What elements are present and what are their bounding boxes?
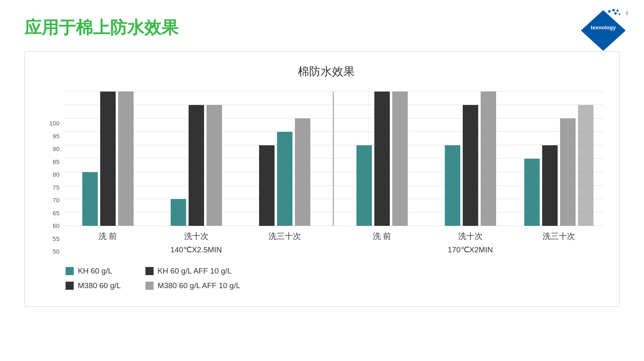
bar-teal-xisanshici-140 [277, 132, 292, 226]
bars-group [356, 92, 408, 226]
bar-dark-xisanshici-170 [542, 145, 558, 226]
section-labels-row: 140℃X2.5MIN 170℃X2MIN [64, 245, 603, 254]
x-label-xishici-170: 洗十次 [458, 231, 483, 242]
y-label-100: 100 [49, 120, 59, 126]
bar-dark-xishici-170 [463, 105, 478, 226]
bars-group [171, 105, 222, 226]
legend-column-1: KH 60 g/L M380 60 g/L [66, 267, 121, 290]
svg-point-2 [608, 10, 611, 13]
x-group-xisanshici-170: 洗三十次 [514, 231, 603, 242]
x-group-xisanshici-140: 洗三十次 [240, 231, 329, 242]
y-label-90: 90 [49, 146, 59, 152]
bar-teal-xishici-170 [445, 145, 460, 226]
y-label-50: 50 [49, 248, 59, 254]
y-label-60: 60 [49, 223, 59, 229]
legend-label-m380: M380 60 g/L [78, 281, 121, 290]
x-group-xishici-140: 洗十次 [152, 231, 240, 242]
bar-dark-xiqian-170 [374, 92, 390, 226]
page-title: 应用于棉上防水效果 [0, 0, 644, 47]
bar-gray1-xisanshici-170 [560, 118, 576, 226]
legend-label-m380-aff: M380 60 g/L AFF 10 g/L [158, 281, 240, 290]
x-group-xiqian-170: 洗 前 [338, 231, 426, 242]
bars-group [259, 118, 310, 226]
y-label-55: 55 [49, 236, 59, 242]
bars-container [64, 92, 603, 226]
x-label-xiqian-140: 洗 前 [99, 231, 117, 242]
legend-color-dark2 [145, 267, 154, 275]
bar-gray-xishici-140 [207, 105, 222, 226]
y-label-65: 65 [49, 210, 59, 216]
bars-group [524, 105, 593, 226]
bar-dark-xishici-140 [189, 105, 204, 226]
x-label-xisanshici-170: 洗三十次 [543, 231, 575, 242]
bar-gray-xishici-170 [481, 92, 496, 226]
y-label-80: 80 [49, 171, 59, 177]
x-labels: 洗 前 洗十次 洗三十次 洗 前 洗十次 洗三十次 [64, 231, 603, 242]
svg-marker-0 [581, 10, 626, 51]
group-xisanshici-140 [240, 118, 329, 226]
legend-item-kh-aff: KH 60 g/L AFF 10 g/L [145, 267, 240, 276]
bar-gray-xiqian-170 [392, 92, 408, 226]
bars-group [82, 92, 134, 226]
y-axis: 50 55 60 65 70 75 80 85 90 95 100 [49, 120, 59, 254]
legend-label-kh: KH 60 g/L [78, 267, 112, 276]
y-label-85: 85 [49, 159, 59, 165]
legend-color-gray [145, 282, 154, 290]
svg-point-4 [614, 12, 617, 15]
x-label-xiqian-170: 洗 前 [373, 231, 391, 242]
y-label-75: 75 [49, 184, 59, 190]
svg-text:®: ® [626, 10, 628, 17]
bar-gray-xisanshici-140 [295, 118, 310, 226]
bars-group [445, 92, 496, 226]
bar-gray2-xisanshici-170 [578, 105, 593, 226]
x-label-xishici-140: 洗十次 [184, 231, 209, 242]
section-divider [333, 92, 334, 226]
section-label-140: 140℃X2.5MIN [64, 245, 329, 254]
bar-kh-xishici-140 [171, 199, 186, 226]
legend-area: KH 60 g/L M380 60 g/L KH 60 g/L AFF 10 g… [49, 267, 603, 290]
bar-dark-xisanshici-140 [259, 145, 275, 226]
svg-point-5 [617, 10, 619, 12]
legend-color-dark [66, 282, 74, 290]
section-label-170: 170℃X2MIN [338, 245, 603, 254]
svg-point-6 [619, 13, 620, 15]
chart-inner: 洗 前 洗十次 洗三十次 洗 前 洗十次 洗三十次 [64, 92, 603, 254]
legend-item-m380: M380 60 g/L [66, 281, 121, 290]
legend-item-kh: KH 60 g/L [66, 267, 121, 276]
chart-container: 棉防水效果 50 55 60 65 70 75 80 85 90 95 100 [24, 51, 620, 307]
bar-teal-xiqian-170 [356, 145, 372, 226]
legend-column-2: KH 60 g/L AFF 10 g/L M380 60 g/L AFF 10 … [145, 267, 240, 290]
bar-teal-xisanshici-170 [524, 159, 540, 226]
logo-container: texnology ® [579, 8, 628, 61]
x-label-xisanshici-140: 洗三十次 [268, 231, 301, 242]
chart-title: 棉防水效果 [49, 64, 603, 79]
group-xiqian-170 [338, 92, 426, 226]
group-xishici-140 [152, 105, 240, 226]
legend-item-m380-aff: M380 60 g/L AFF 10 g/L [145, 281, 240, 290]
x-group-xiqian-140: 洗 前 [64, 231, 152, 242]
texnology-logo: texnology ® [579, 8, 628, 61]
legend-label-kh-aff: KH 60 g/L AFF 10 g/L [158, 267, 232, 276]
legend-color-teal [66, 267, 74, 275]
bar-m380aff-xiqian-140 [100, 92, 116, 226]
group-xishici-170 [426, 92, 514, 226]
chart-area: 50 55 60 65 70 75 80 85 90 95 100 [49, 92, 603, 254]
svg-point-3 [612, 9, 615, 11]
svg-text:texnology: texnology [591, 24, 616, 31]
x-group-xishici-170: 洗十次 [426, 231, 514, 242]
bar-gray-xiqian-140 [118, 92, 134, 226]
bar-kh-xiqian-140 [82, 172, 98, 226]
group-xiqian-140 [64, 92, 152, 226]
y-label-95: 95 [49, 133, 59, 139]
y-label-70: 70 [49, 197, 59, 203]
group-xisanshici-170 [514, 105, 603, 226]
